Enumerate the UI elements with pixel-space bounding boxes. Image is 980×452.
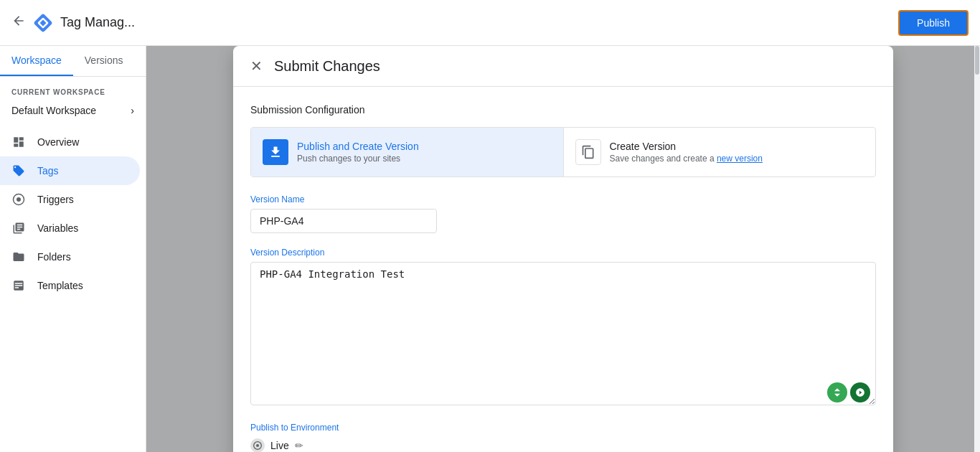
version-name-section: Version Name [250, 194, 876, 233]
folders-label: Folders [37, 251, 71, 263]
sidebar-item-folders[interactable]: Folders [0, 243, 140, 271]
tab-versions[interactable]: Versions [73, 46, 135, 76]
create-version-text: Create Version Save changes and create a… [610, 141, 763, 164]
create-version-title: Create Version [610, 141, 763, 152]
textarea-wrapper: PHP-GA4 Integration Test [250, 262, 876, 408]
publish-env-section: Publish to Environment Live ✏ [250, 423, 876, 452]
create-version-icon [575, 139, 601, 165]
sidebar-item-overview[interactable]: Overview [0, 128, 140, 156]
main-layout: Workspace Versions CURRENT WORKSPACE Def… [0, 46, 980, 452]
variables-icon [11, 221, 26, 235]
svg-point-6 [256, 444, 259, 447]
back-button[interactable] [11, 14, 26, 32]
version-desc-textarea[interactable]: PHP-GA4 Integration Test [250, 262, 876, 405]
version-desc-label: Version Description [250, 248, 876, 258]
nav-items: Overview Tags Triggers Var [0, 128, 146, 300]
textarea-teal-btn[interactable] [850, 382, 870, 402]
new-version-link[interactable]: new version [717, 154, 763, 164]
publish-option-title: Publish and Create Version [297, 141, 419, 152]
env-edit-button[interactable]: ✏ [295, 440, 303, 451]
overview-label: Overview [37, 136, 79, 148]
sidebar-item-variables[interactable]: Variables [0, 214, 140, 243]
sidebar: Workspace Versions CURRENT WORKSPACE Def… [0, 46, 146, 452]
submission-config-label: Submission Configuration [250, 104, 876, 116]
sidebar-item-triggers[interactable]: Triggers [0, 185, 140, 214]
textarea-icons [827, 382, 870, 402]
dialog-header: ✕ Submit Changes [233, 46, 893, 87]
triggers-label: Triggers [37, 194, 74, 205]
current-workspace-label: CURRENT WORKSPACE [0, 77, 146, 99]
version-desc-section: Version Description PHP-GA4 Integration … [250, 248, 876, 408]
folders-icon [11, 250, 26, 264]
env-live-icon [250, 438, 265, 452]
version-name-label: Version Name [250, 194, 876, 204]
triggers-icon [11, 192, 26, 207]
top-header: Tag Manag... Publish [0, 0, 980, 46]
templates-label: Templates [37, 280, 83, 291]
dialog-overlay: ✕ Submit Changes Submission Configuratio… [146, 46, 980, 452]
dialog-close-button[interactable]: ✕ [250, 57, 263, 75]
workspace-chevron-icon: › [131, 105, 134, 116]
tab-workspace[interactable]: Workspace [0, 46, 73, 76]
scrollbar-track[interactable] [974, 46, 980, 452]
publish-option-text: Publish and Create Version Push changes … [297, 141, 419, 164]
option-publish-create[interactable]: Publish and Create Version Push changes … [251, 128, 564, 176]
scrollbar-thumb[interactable] [975, 46, 979, 75]
dialog-title: Submit Changes [274, 58, 380, 75]
env-name: Live [270, 440, 289, 451]
submit-changes-dialog: ✕ Submit Changes Submission Configuratio… [233, 46, 893, 452]
option-cards: Publish and Create Version Push changes … [250, 127, 876, 177]
publish-option-subtitle: Push changes to your sites [297, 154, 419, 164]
variables-label: Variables [37, 222, 78, 234]
publish-button[interactable]: Publish [898, 10, 969, 36]
gtm-logo [32, 11, 55, 34]
sidebar-tabs: Workspace Versions [0, 46, 146, 77]
create-version-subtitle: Save changes and create a new version [610, 154, 763, 164]
templates-icon [11, 278, 26, 293]
workspace-name: Default Workspace [11, 105, 96, 116]
tags-label: Tags [37, 165, 59, 176]
overview-icon [11, 135, 26, 149]
publish-env-label: Publish to Environment [250, 423, 876, 433]
sidebar-item-tags[interactable]: Tags [0, 156, 140, 185]
svg-point-4 [17, 197, 21, 202]
option-create-version[interactable]: Create Version Save changes and create a… [564, 128, 876, 176]
app-title: Tag Manag... [60, 15, 135, 30]
textarea-green-btn[interactable] [827, 382, 847, 402]
dialog-body: Submission Configuration Publish and Cre… [233, 87, 893, 452]
tags-icon [11, 164, 26, 178]
env-row: Live ✏ [250, 438, 876, 452]
version-name-input[interactable] [250, 209, 437, 233]
publish-icon [263, 139, 288, 165]
sidebar-item-templates[interactable]: Templates [0, 271, 140, 300]
workspace-selector[interactable]: Default Workspace › [0, 99, 146, 122]
